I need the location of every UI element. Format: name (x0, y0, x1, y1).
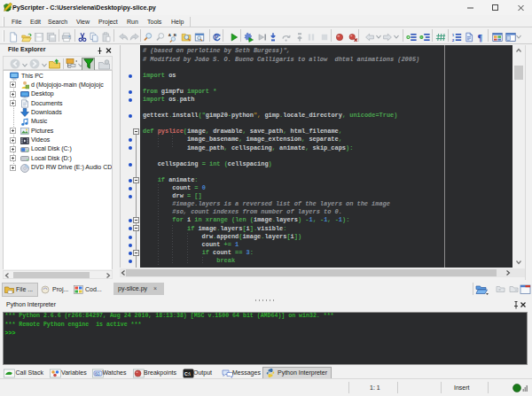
svg-text:B: B (174, 32, 176, 36)
svg-text:¶: ¶ (477, 33, 482, 43)
svg-text:A: A (168, 32, 172, 36)
svg-text:1: 1 (452, 33, 455, 37)
svg-text:60: 60 (95, 370, 100, 376)
svg-text:P: P (215, 34, 219, 41)
svg-text:2: 2 (452, 37, 455, 42)
svg-text:C:\: C:\ (184, 370, 191, 376)
